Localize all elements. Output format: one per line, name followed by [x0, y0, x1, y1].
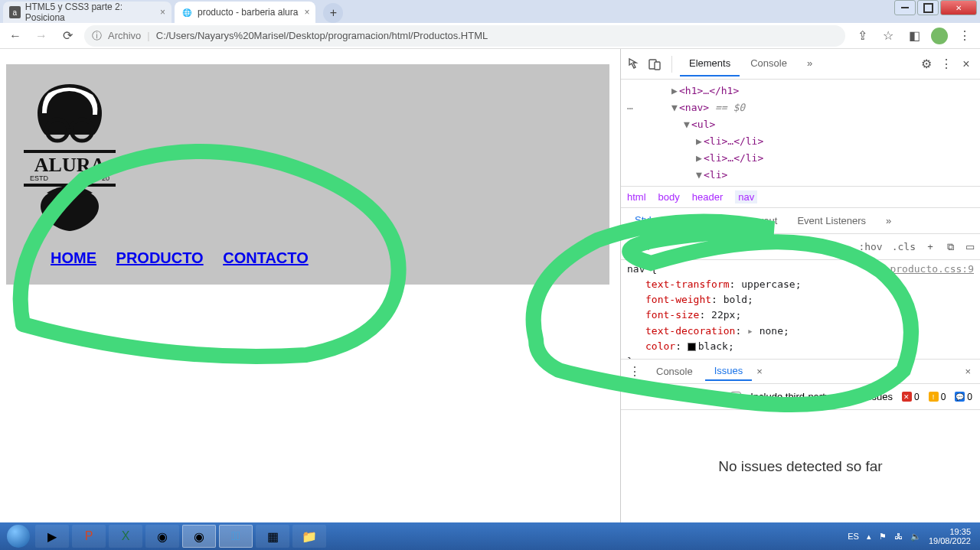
- ellipsis-icon[interactable]: ⋯: [627, 100, 633, 117]
- elements-breadcrumb[interactable]: html body header nav: [621, 187, 980, 208]
- svg-text:20: 20: [102, 174, 109, 182]
- issues-empty-message: No issues detected so far: [621, 410, 980, 522]
- third-party-checkbox[interactable]: [730, 392, 741, 402]
- gear-icon[interactable]: ⚙: [917, 55, 936, 73]
- profile-avatar[interactable]: [931, 28, 948, 44]
- kebab-icon[interactable]: ⋮: [626, 363, 644, 381]
- devtools-tab-elements[interactable]: Elements: [680, 51, 740, 76]
- styles-filter-input[interactable]: [621, 234, 854, 259]
- extensions-icon[interactable]: ◧: [905, 27, 923, 45]
- tray-language[interactable]: ES: [848, 532, 859, 541]
- taskbar-icon-chrome-active[interactable]: ◉: [182, 525, 216, 548]
- computed-tab[interactable]: Computed: [672, 210, 737, 231]
- taskbar-icon-calendar[interactable]: ▦: [256, 525, 289, 548]
- layout-tab[interactable]: Layout: [738, 210, 786, 231]
- tray-clock[interactable]: 19:35 19/08/2022: [929, 527, 971, 545]
- svg-rect-9: [655, 62, 660, 70]
- taskbar-icon-vscode[interactable]: �⃟: [219, 525, 253, 548]
- url-text: C:/Users/Nayarys%20Marisel/Desktop/progr…: [156, 30, 488, 41]
- close-icon[interactable]: ×: [304, 7, 309, 18]
- taskbar-icon-explorer[interactable]: 📁: [292, 525, 326, 548]
- menu-icon[interactable]: ⋮: [956, 27, 974, 45]
- info-icon: ⓘ: [92, 29, 102, 43]
- elements-tree[interactable]: ⋯ ▶<h1>…</h1>▼<nav> == $0▼<ul>▶<li>…</li…: [621, 80, 980, 187]
- window-maximize-button[interactable]: [917, 0, 939, 15]
- rule-close: }: [627, 354, 974, 360]
- close-icon[interactable]: ×: [756, 366, 763, 377]
- address-bar[interactable]: ⓘ Archivo | C:/Users/Nayarys%20Marisel/D…: [84, 25, 845, 47]
- tray-flag-icon[interactable]: ⚑: [879, 532, 887, 542]
- window-minimize-button[interactable]: [894, 0, 916, 15]
- share-icon[interactable]: ⇪: [853, 27, 871, 45]
- inspect-element-icon[interactable]: [626, 55, 644, 73]
- browser-toolbar: ← → ⟳ ⓘ Archivo | C:/Users/Nayarys%20Mar…: [0, 23, 980, 49]
- warning-icon: !: [929, 392, 939, 402]
- devtools-panel: Elements Console » ⚙ ⋮ × ⋯ ▶<h1>…</h1>▼<…: [620, 49, 980, 522]
- svg-rect-3: [24, 150, 116, 153]
- devtools-tab-console[interactable]: Console: [741, 51, 796, 76]
- tray-volume-icon[interactable]: 🔈: [910, 532, 921, 542]
- nav-link-home[interactable]: HOME: [51, 249, 96, 266]
- cls-toggle[interactable]: .cls: [887, 241, 920, 252]
- device-toolbar-icon[interactable]: [645, 55, 664, 73]
- bookmark-icon[interactable]: ☆: [879, 27, 897, 45]
- crumb-nav[interactable]: nav: [735, 190, 757, 203]
- nav-link-producto[interactable]: PRODUCTO: [116, 249, 204, 266]
- devtools-tabs-overflow[interactable]: »: [798, 51, 822, 76]
- error-icon: ✕: [902, 392, 912, 402]
- toggle-panel-icon[interactable]: ▭: [960, 241, 980, 252]
- back-button[interactable]: ←: [6, 27, 24, 45]
- kebab-icon[interactable]: ⋮: [937, 55, 956, 73]
- close-icon[interactable]: ×: [960, 366, 975, 377]
- taskbar-icon-excel[interactable]: X: [109, 525, 142, 548]
- barbershop-logo: ALURA ESTD 20: [20, 72, 119, 240]
- browser-tab[interactable]: a HTML5 y CSS3 parte 2: Posiciona ×: [3, 2, 172, 23]
- taskbar-icon-powerpoint[interactable]: P: [72, 525, 106, 548]
- start-button[interactable]: [3, 524, 34, 548]
- crumb-body[interactable]: body: [658, 191, 680, 203]
- tab-title: producto - barberia alura: [198, 7, 298, 18]
- tray-network-icon[interactable]: 🖧: [894, 532, 903, 541]
- new-tab-button[interactable]: +: [323, 3, 343, 23]
- tab-title: HTML5 y CSS3 parte 2: Posiciona: [25, 2, 154, 23]
- styles-pane[interactable]: nav { producto.css:9 text-transform: upp…: [621, 260, 980, 360]
- url-scheme-label: Archivo: [108, 30, 141, 41]
- rule-source-link[interactable]: producto.css:9: [890, 262, 974, 277]
- drawer-tab-issues[interactable]: Issues: [705, 362, 753, 381]
- nav-link-contacto[interactable]: CONTACTO: [223, 249, 308, 266]
- close-icon[interactable]: ×: [160, 7, 165, 18]
- reload-button[interactable]: ⟳: [58, 27, 77, 45]
- drawer-tab-console[interactable]: Console: [647, 363, 702, 380]
- crumb-html[interactable]: html: [627, 191, 646, 203]
- forward-button[interactable]: →: [32, 27, 51, 45]
- computed-sidebar-icon[interactable]: ⧉: [940, 241, 960, 253]
- rule-selector: nav {: [627, 262, 657, 277]
- svg-text:ESTD: ESTD: [30, 174, 49, 182]
- browser-tabstrip: a HTML5 y CSS3 parte 2: Posiciona × 🌐 pr…: [0, 0, 980, 23]
- styles-tab[interactable]: Styles: [626, 210, 671, 232]
- browser-tab[interactable]: 🌐 producto - barberia alura ×: [175, 2, 315, 23]
- page-header: ALURA ESTD 20 HOME PRODUCTO CONTACTO: [6, 64, 609, 285]
- close-icon[interactable]: ×: [957, 55, 975, 73]
- windows-taskbar: ▶ P X ◉ ◉ �⃟ ▦ 📁 ES ▴ ⚑ 🖧 🔈 19:35 19/08/…: [0, 522, 980, 550]
- event-listeners-tab[interactable]: Event Listeners: [788, 210, 875, 231]
- hov-toggle[interactable]: :hov: [854, 241, 887, 252]
- taskbar-icon-chrome[interactable]: ◉: [145, 525, 179, 548]
- window-close-button[interactable]: [940, 0, 977, 15]
- globe-icon: 🌐: [181, 6, 193, 18]
- third-party-label: Include third-party cookie issues: [750, 391, 893, 402]
- svg-text:ALURA: ALURA: [34, 154, 106, 176]
- new-style-rule-icon[interactable]: +: [920, 241, 940, 252]
- tray-chevron-icon[interactable]: ▴: [867, 532, 871, 542]
- info-icon: 💬: [955, 392, 965, 402]
- subtab-overflow[interactable]: »: [877, 210, 900, 231]
- rendered-page: ALURA ESTD 20 HOME PRODUCTO CONTACTO: [0, 49, 616, 522]
- taskbar-icon-media[interactable]: ▶: [35, 525, 69, 548]
- tab-favicon-alura: a: [9, 6, 21, 18]
- crumb-header[interactable]: header: [692, 191, 723, 203]
- page-nav: HOME PRODUCTO CONTACTO: [51, 249, 600, 267]
